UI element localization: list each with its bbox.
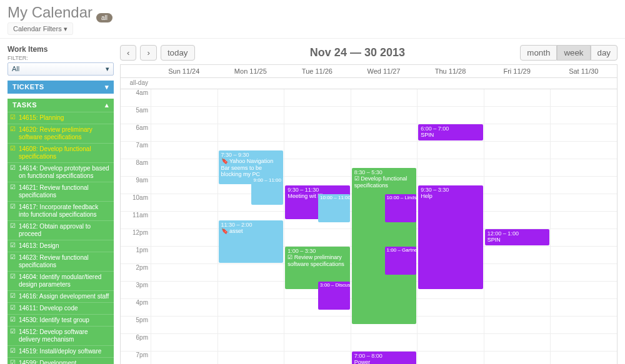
task-item[interactable]: 14604: Identify modular/tiered design pa… xyxy=(8,271,114,290)
tasks-header[interactable]: TASKS▴ xyxy=(8,99,114,112)
time-label: 5pm xyxy=(121,317,151,334)
time-label: 2pm xyxy=(121,264,151,282)
time-label: 5am xyxy=(121,107,151,124)
allday-cell[interactable] xyxy=(218,78,284,89)
task-item[interactable]: 14512: Develop software delivery mechani… xyxy=(8,326,114,345)
sidebar: Work Items FILTER: All ▾ TICKETS▾ TASKS▴… xyxy=(8,45,114,364)
tickets-header[interactable]: TICKETS▾ xyxy=(8,81,114,94)
calendar-event[interactable]: 9:30 – 3:30Help xyxy=(418,185,483,289)
day-header: Mon 11/25 xyxy=(218,65,284,78)
calendar-event-chip[interactable]: 9:00 – 11:00 Purchase Hardware - z xyxy=(251,177,283,205)
next-button[interactable]: › xyxy=(140,45,156,61)
time-label: 12pm xyxy=(121,229,151,247)
task-list: 14615: Planning14620: Review preliminary… xyxy=(8,112,114,364)
calendar-event[interactable]: 8:30 – 5:30☑ Develop functional specific… xyxy=(352,168,417,324)
date-range-title: Nov 24 — 30 2013 xyxy=(199,46,517,59)
day-header: Thu 11/28 xyxy=(417,65,484,78)
filter-label: FILTER: xyxy=(8,55,114,61)
time-label: 6pm xyxy=(121,334,151,352)
view-month[interactable]: month xyxy=(520,45,557,61)
day-column[interactable]: 12:00 – 1:00SPIN xyxy=(484,89,551,364)
day-column[interactable]: 9:30 – 11:30Meeting wit lili1:00 – 3:30☑… xyxy=(284,89,351,364)
task-item[interactable]: 14608: Develop functional specifications xyxy=(8,143,114,162)
time-label: 7am xyxy=(121,142,151,159)
task-item[interactable]: 14623: Review functional specifications xyxy=(8,252,114,271)
task-item[interactable]: 14621: Review functional specifications xyxy=(8,182,114,201)
view-day[interactable]: day xyxy=(591,45,618,61)
day-column[interactable]: 7:30 – 9:30🔖 Yahoo Navigation Bar seems … xyxy=(218,89,284,364)
time-label: 8am xyxy=(121,159,151,177)
task-item[interactable]: 14614: Develop prototype based on functi… xyxy=(8,162,114,182)
calendar: ‹ › today Nov 24 — 30 2013 month week da… xyxy=(120,45,618,364)
day-column[interactable] xyxy=(550,89,617,364)
page-title: My Calendar xyxy=(8,4,92,21)
time-column: 4am5am6am7am8am9am10am11am12pm1pm2pm3pm4… xyxy=(121,89,151,364)
work-items-title: Work Items xyxy=(8,45,114,54)
time-label: 4am xyxy=(121,89,151,107)
time-label: 6am xyxy=(121,124,151,142)
time-label: 7pm xyxy=(121,352,151,364)
day-header: Sun 11/24 xyxy=(151,65,218,78)
calendar-event[interactable]: 6:00 – 7:00SPIN xyxy=(418,124,483,140)
view-week[interactable]: week xyxy=(557,45,590,61)
allday-cell[interactable] xyxy=(151,78,218,89)
calendar-event-chip[interactable]: 10:00 – Lindsay xyxy=(385,194,417,222)
chevron-down-icon: ▾ xyxy=(105,83,109,91)
chevron-up-icon: ▴ xyxy=(105,101,109,109)
calendar-event-chip[interactable]: 1:00 – Gartner xyxy=(385,247,417,275)
allday-label: all-day xyxy=(121,78,151,89)
filter-value: All xyxy=(12,65,19,73)
task-item[interactable]: 14620: Review preliminary software speci… xyxy=(8,124,114,143)
prev-button[interactable]: ‹ xyxy=(120,45,136,61)
calendar-event-chip[interactable]: 3:00 – Discuss xyxy=(318,282,350,310)
task-item[interactable]: 14616: Assign development staff xyxy=(8,290,114,302)
task-item[interactable]: 14612: Obtain approval to proceed xyxy=(8,220,114,240)
allday-cell[interactable] xyxy=(550,78,617,89)
badge-all: all xyxy=(96,13,112,22)
task-item[interactable]: 14617: Incorporate feedback into functio… xyxy=(8,201,114,220)
time-label: 10am xyxy=(121,194,151,212)
today-button[interactable]: today xyxy=(161,45,195,61)
day-column[interactable]: 6:00 – 7:00SPIN9:30 – 3:30Help xyxy=(417,89,484,364)
calendar-event-chip[interactable]: 10:00 – 11:00 Entry xyxy=(318,194,350,222)
calendar-filters-toggle[interactable]: Calendar Filters ▾ xyxy=(8,22,73,35)
filter-select[interactable]: All ▾ xyxy=(8,62,114,76)
time-label: 9am xyxy=(121,177,151,194)
calendar-event[interactable]: 12:00 – 1:00SPIN xyxy=(485,229,550,245)
time-label: 1pm xyxy=(121,247,151,264)
task-item[interactable]: 14599: Development xyxy=(8,357,114,364)
allday-cell[interactable] xyxy=(351,78,418,89)
chevron-down-icon: ▾ xyxy=(106,65,109,73)
day-header: Sat 11/30 xyxy=(550,65,617,78)
task-item[interactable]: 14530: Identify test group xyxy=(8,314,114,326)
task-item[interactable]: 14519: Install/deploy software xyxy=(8,345,114,357)
calendar-event[interactable]: 7:00 – 8:00Power xyxy=(352,352,417,364)
time-label: 4pm xyxy=(121,299,151,317)
day-header: Wed 11/27 xyxy=(351,65,418,78)
calendar-grid: Sun 11/24Mon 11/25Tue 11/26Wed 11/27Thu … xyxy=(120,64,618,364)
time-label: 11am xyxy=(121,212,151,229)
task-item[interactable]: 14613: Design xyxy=(8,240,114,252)
task-item[interactable]: 14611: Develop code xyxy=(8,302,114,314)
allday-cell[interactable] xyxy=(484,78,551,89)
task-item[interactable]: 14615: Planning xyxy=(8,112,114,124)
day-column[interactable]: 8:30 – 5:30☑ Develop functional specific… xyxy=(351,89,418,364)
time-label: 3pm xyxy=(121,282,151,299)
day-header: Tue 11/26 xyxy=(284,65,351,78)
allday-cell[interactable] xyxy=(417,78,484,89)
calendar-event[interactable]: 11:30 – 2:00🔖 asset xyxy=(219,220,284,263)
allday-cell[interactable] xyxy=(284,78,351,89)
day-column[interactable] xyxy=(151,89,218,364)
day-header: Fri 11/29 xyxy=(484,65,551,78)
